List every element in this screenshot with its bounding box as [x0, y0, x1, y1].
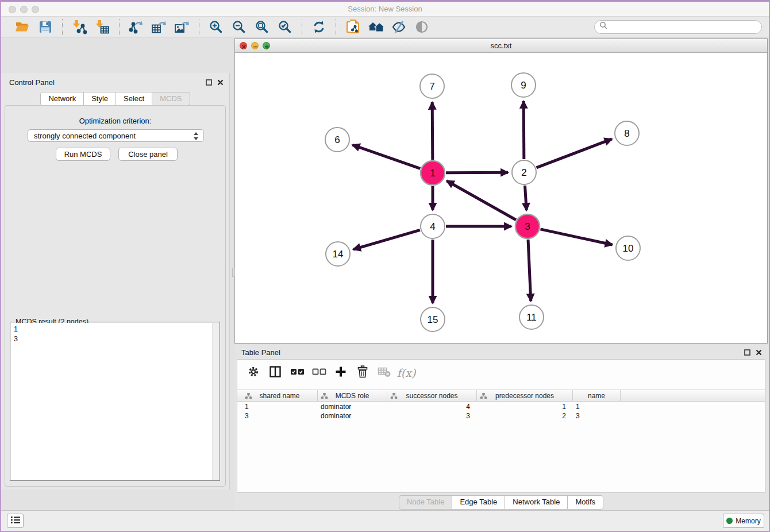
mcds-result-text[interactable]: 13 — [11, 323, 219, 480]
network-canvas[interactable]: 7968124314101511 — [235, 53, 767, 343]
run-mcds-button[interactable]: Run MCDS — [56, 148, 110, 161]
node-15[interactable]: 15 — [421, 307, 445, 331]
edge-1-6[interactable] — [352, 145, 420, 168]
edge-2-8[interactable] — [537, 139, 612, 168]
table-row[interactable]: 1dominator411 — [237, 402, 765, 411]
close-table-panel-button[interactable] — [754, 348, 763, 357]
node-6[interactable]: 6 — [325, 128, 349, 152]
search-box[interactable] — [594, 20, 762, 34]
zoom-fit-button[interactable] — [253, 19, 271, 35]
open-folder-icon — [15, 20, 30, 34]
cell-shared-name[interactable]: 1 — [242, 402, 318, 411]
mcds-result-group: MCDS result (2 nodes) 13 — [10, 322, 220, 481]
table-settings-button[interactable] — [244, 364, 263, 381]
node-7[interactable]: 7 — [420, 74, 444, 98]
columns-icon — [269, 365, 282, 380]
cell-predecessor-nodes[interactable]: 1 — [477, 402, 573, 411]
create-column-button[interactable] — [332, 364, 350, 381]
node-4[interactable]: 4 — [421, 214, 445, 238]
edge-1-7[interactable] — [432, 102, 433, 160]
export-image-icon — [174, 20, 190, 34]
cell-name[interactable]: 1 — [573, 402, 621, 411]
node-1[interactable]: 1 — [421, 161, 445, 185]
zoom-in-button[interactable] — [207, 19, 225, 35]
table-row[interactable]: 3dominator323 — [237, 411, 765, 421]
export-network-button[interactable] — [128, 19, 145, 35]
column-header-predecessor-nodes[interactable]: predecessor nodes — [477, 390, 573, 401]
cell-MCDS-role[interactable]: dominator — [318, 411, 387, 421]
column-header-shared-name[interactable]: shared name — [242, 390, 318, 401]
node-9[interactable]: 9 — [511, 73, 536, 97]
tab-mcds[interactable]: MCDS — [152, 92, 190, 106]
dropdown-stepper-icon — [194, 132, 199, 141]
show-column-panel-button[interactable] — [266, 364, 284, 381]
delete-table-icon — [378, 365, 391, 380]
save-session-button[interactable] — [37, 19, 54, 35]
import-network-button[interactable] — [71, 19, 88, 35]
edge-3-1[interactable] — [446, 181, 516, 220]
cell-MCDS-role[interactable]: dominator — [318, 402, 387, 411]
node-3[interactable]: 3 — [515, 214, 540, 238]
zoom-out-button[interactable] — [230, 19, 248, 35]
edge-2-9[interactable] — [523, 101, 524, 159]
node-14[interactable]: 14 — [326, 242, 350, 266]
memory-button[interactable]: Memory — [723, 514, 764, 528]
zoom-selected-button[interactable] — [276, 19, 294, 35]
export-image-button[interactable] — [174, 19, 191, 35]
cell-name[interactable]: 3 — [573, 411, 621, 421]
refresh-button[interactable] — [310, 19, 328, 35]
tab-style[interactable]: Style — [83, 92, 116, 106]
export-table-button[interactable] — [151, 19, 168, 35]
column-header-name[interactable]: name — [573, 390, 621, 401]
tab-edge-table[interactable]: Edge Table — [452, 495, 505, 510]
criterion-dropdown[interactable]: strongly connected component — [28, 129, 204, 142]
node-10[interactable]: 10 — [616, 236, 640, 260]
select-all-columns-button[interactable] — [288, 364, 306, 381]
open-session-button[interactable] — [14, 19, 31, 35]
float-table-panel-button[interactable] — [742, 348, 752, 357]
edge-3-10[interactable] — [540, 229, 612, 245]
float-panel-button[interactable] — [204, 78, 213, 87]
node-table-container: f(x) shared nameMCDS rolesuccessor nodes… — [237, 359, 765, 493]
network-window-titlebar[interactable]: scc.txt — [235, 39, 767, 53]
edge-1-2[interactable] — [446, 172, 508, 173]
show-graphics-details-button[interactable] — [413, 19, 430, 35]
unchecked-boxes-icon — [312, 368, 326, 378]
cell-predecessor-nodes[interactable]: 2 — [477, 411, 573, 421]
close-panel-button[interactable]: Close panel — [118, 148, 178, 161]
mcds-tab-content: Optimization criterion: strongly connect… — [5, 105, 226, 487]
edge-2-3[interactable] — [525, 186, 526, 210]
tab-network[interactable]: Network — [40, 92, 84, 106]
tab-network-table[interactable]: Network Table — [505, 495, 568, 510]
search-input[interactable] — [608, 21, 761, 33]
node-8[interactable]: 8 — [615, 121, 639, 145]
task-history-button[interactable] — [7, 514, 24, 528]
mcds-result-scrollbar[interactable] — [212, 323, 219, 480]
tab-node-table[interactable]: Node Table — [399, 495, 453, 510]
column-header-successor-nodes[interactable]: successor nodes — [387, 390, 477, 401]
column-header-MCDS-role[interactable]: MCDS role — [318, 390, 387, 401]
tab-motifs[interactable]: Motifs — [567, 495, 603, 510]
window-title: Session: New Session — [1, 5, 769, 13]
tab-select[interactable]: Select — [116, 92, 152, 106]
import-table-button[interactable] — [94, 19, 111, 35]
function-builder-button[interactable]: f(x) — [397, 364, 415, 381]
cell-successor-nodes[interactable]: 4 — [387, 402, 477, 411]
first-neighbors-button[interactable] — [367, 19, 384, 35]
node-2[interactable]: 2 — [512, 160, 536, 184]
hide-selected-button[interactable] — [390, 19, 407, 35]
node-11[interactable]: 11 — [519, 305, 544, 329]
edge-3-11[interactable] — [528, 240, 531, 301]
cell-shared-name[interactable]: 3 — [242, 411, 318, 421]
cell-successor-nodes[interactable]: 3 — [387, 411, 477, 421]
deselect-all-columns-button[interactable] — [310, 364, 328, 381]
criterion-value: strongly connected component — [34, 132, 136, 140]
delete-column-button[interactable] — [353, 364, 372, 381]
edge-4-14[interactable] — [353, 230, 420, 249]
memory-status-icon — [726, 518, 733, 524]
delete-table-button[interactable] — [375, 364, 394, 381]
splitter-grip[interactable] — [232, 268, 235, 277]
clone-network-button[interactable] — [344, 19, 361, 35]
network-graph[interactable]: 7968124314101511 — [235, 53, 767, 343]
close-panel-icon-button[interactable] — [215, 78, 225, 87]
